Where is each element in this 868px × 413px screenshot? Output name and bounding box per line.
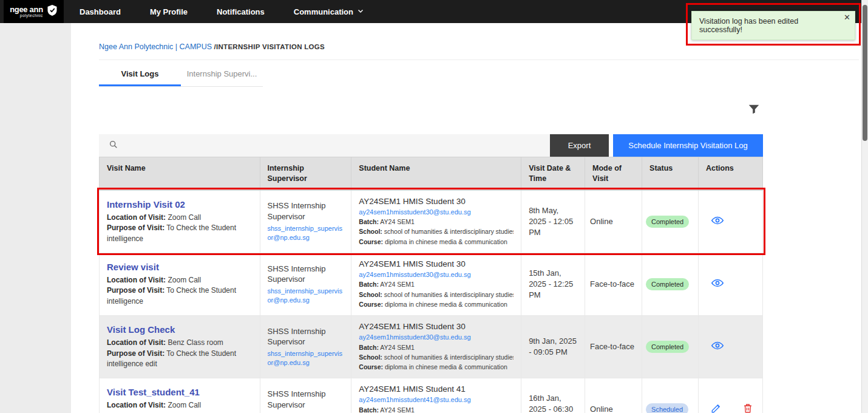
left-rail xyxy=(0,23,71,413)
export-button[interactable]: Export xyxy=(550,134,609,157)
student-batch: Batch: AY24 SEM1 xyxy=(359,279,514,289)
tab-bar: Visit Logs Internship Supervi... xyxy=(99,60,263,87)
supervisor-email-link[interactable]: shss_internship_supervisor@np.edu.sg xyxy=(268,224,344,243)
logo-text: ngee ann polytechnic xyxy=(10,5,43,18)
student-batch: Batch: AY24 SEM1 xyxy=(359,343,514,352)
school-value: school of humanities & interdisciplinary… xyxy=(384,291,514,298)
table-row: Visit Test_student_41 Location of Visit:… xyxy=(100,378,763,413)
search-icon xyxy=(109,140,118,152)
table-row: Review visit Location of Visit: Zoom Cal… xyxy=(100,253,763,315)
student-name: AY24SEM1 HMIS Student 30 xyxy=(359,322,514,331)
ngee-ann-logo[interactable]: ngee ann polytechnic xyxy=(4,0,64,23)
nav-label-communication: Communication xyxy=(294,7,353,16)
supervisor-email-link[interactable]: shss_internship_supervisor@np.edu.sg xyxy=(268,287,344,305)
nav-item-my-profile[interactable]: My Profile xyxy=(150,7,188,16)
column-header-internship-supervisor: Internship Supervisor xyxy=(260,157,351,191)
status-badge: Completed xyxy=(646,216,689,228)
visit-name-link[interactable]: Visit Test_student_41 xyxy=(107,387,200,397)
logo-line2: polytechnic xyxy=(20,14,43,18)
visit-purpose: Purpose of Visit: To Check the Student i… xyxy=(107,285,253,307)
toast-message: Visitation log has been edited successfu… xyxy=(699,17,840,34)
nav-item-dashboard[interactable]: Dashboard xyxy=(80,7,121,16)
chevron-down-icon xyxy=(357,7,364,16)
nav-item-communication[interactable]: Communication xyxy=(294,7,364,16)
toast-notification: Visitation log has been edited successfu… xyxy=(691,11,855,40)
column-header-mode-of-visit: Mode of Visit xyxy=(585,157,642,191)
vertical-scrollbar-thumb[interactable] xyxy=(863,5,867,141)
batch-value: AY24 SEM1 xyxy=(380,218,414,225)
vertical-scrollbar-track[interactable] xyxy=(861,0,868,413)
location-label: Location of Visit: xyxy=(107,338,166,347)
breadcrumb-root-link[interactable]: Ngee Ann Polytechnic | xyxy=(99,43,177,51)
course-value: diploma in chinese media & communication xyxy=(385,238,507,245)
course-label: Course: xyxy=(359,301,383,308)
column-header-student-name: Student Name xyxy=(351,157,521,191)
visit-location: Location of Visit: Benz Class room xyxy=(107,338,253,348)
location-value: Zoom Call xyxy=(168,276,201,284)
course-label: Course: xyxy=(359,238,383,245)
logo-line1: ngee ann xyxy=(10,5,43,13)
status-badge: Completed xyxy=(646,341,689,353)
student-batch: Batch: AY24 SEM1 xyxy=(359,217,514,227)
visit-datetime: 15th Jan, 2025 - 12:25 PM xyxy=(521,253,585,315)
filter-icon[interactable] xyxy=(745,100,763,121)
visit-datetime: 8th May, 2025 - 12:05 PM xyxy=(521,190,585,253)
tab-visit-logs[interactable]: Visit Logs xyxy=(99,60,181,86)
tab-internship-supervisor-label: Internship Supervi... xyxy=(187,69,257,78)
edit-icon[interactable] xyxy=(711,403,722,413)
supervisor-name: SHSS Internship Supervisor xyxy=(268,389,344,410)
batch-value: AY24 SEM1 xyxy=(380,281,414,288)
table-row: Visit Log Check Location of Visit: Benz … xyxy=(100,316,763,378)
breadcrumb-campus-link[interactable]: CAMPUS xyxy=(180,43,212,51)
supervisor-email-link[interactable]: shss_internship_supervisor@np.edu.sg xyxy=(268,349,344,368)
school-label: School: xyxy=(359,291,382,298)
purpose-label: Purpose of Visit: xyxy=(107,349,164,358)
batch-value: AY24 SEM1 xyxy=(380,344,414,351)
tab-internship-supervisor[interactable]: Internship Supervi... xyxy=(181,60,263,86)
student-email-link[interactable]: ay24sem1hmisstudent41@stu.edu.sg xyxy=(359,395,514,404)
course-label: Course: xyxy=(359,363,383,370)
batch-value: AY24 SEM1 xyxy=(380,406,414,413)
visit-location: Location of Visit: Zoom Call xyxy=(107,275,253,285)
toast-close-icon[interactable]: ✕ xyxy=(844,13,850,21)
column-header-status: Status xyxy=(642,157,699,191)
shield-logo-icon xyxy=(47,4,58,19)
course-value: diploma in chinese media & communication xyxy=(385,301,507,308)
visit-name-link[interactable]: Internship Visit 02 xyxy=(107,199,185,210)
student-course: Course: diploma in chinese media & commu… xyxy=(359,362,514,372)
nav-label-my-profile: My Profile xyxy=(150,7,188,16)
view-icon[interactable] xyxy=(711,214,724,230)
location-label: Location of Visit: xyxy=(107,401,166,409)
delete-icon[interactable] xyxy=(742,403,753,413)
column-header-visit-date-time: Visit Date & Time xyxy=(521,157,585,191)
visit-name-link[interactable]: Review visit xyxy=(107,262,159,272)
student-name: AY24SEM1 HMIS Student 41 xyxy=(359,384,514,394)
visit-name-link[interactable]: Visit Log Check xyxy=(107,324,175,335)
purpose-label: Purpose of Visit: xyxy=(107,224,164,232)
column-header-visit-name: Visit Name xyxy=(100,157,260,191)
student-email-link[interactable]: ay24sem1hmisstudent30@stu.edu.sg xyxy=(359,333,514,342)
nav-item-notifications[interactable]: Notifications xyxy=(217,7,265,16)
visit-logs-table: Visit Name Internship Supervisor Student… xyxy=(99,157,763,413)
batch-label: Batch: xyxy=(359,281,379,288)
purpose-label: Purpose of Visit: xyxy=(107,286,164,295)
school-value: school of humanities & interdisciplinary… xyxy=(384,353,514,361)
search-bar[interactable] xyxy=(99,134,550,157)
location-value: Zoom Call xyxy=(168,401,201,409)
course-value: diploma in chinese media & communication xyxy=(385,363,507,370)
visit-location: Location of Visit: Zoom Call xyxy=(107,400,253,411)
view-icon[interactable] xyxy=(711,276,724,292)
student-email-link[interactable]: ay24sem1hmisstudent30@stu.edu.sg xyxy=(359,270,514,279)
visit-purpose: Purpose of Visit: To Check the Student i… xyxy=(107,223,253,244)
location-label: Location of Visit: xyxy=(107,213,166,222)
schedule-visitation-log-button[interactable]: Schedule Internship Visitation Log xyxy=(613,134,763,157)
search-input[interactable] xyxy=(123,134,550,157)
student-email-link[interactable]: ay24sem1hmisstudent30@stu.edu.sg xyxy=(359,208,514,217)
mode-of-visit: Face-to-face xyxy=(585,316,642,378)
table-row: Internship Visit 02 Location of Visit: Z… xyxy=(100,190,763,253)
table-body: Internship Visit 02 Location of Visit: Z… xyxy=(100,190,763,413)
view-icon[interactable] xyxy=(711,339,724,355)
mode-of-visit: Online xyxy=(585,378,642,413)
table-header-row: Visit Name Internship Supervisor Student… xyxy=(100,157,763,191)
main-content: Ngee Ann Polytechnic | CAMPUS /INTERNSHI… xyxy=(99,23,859,413)
